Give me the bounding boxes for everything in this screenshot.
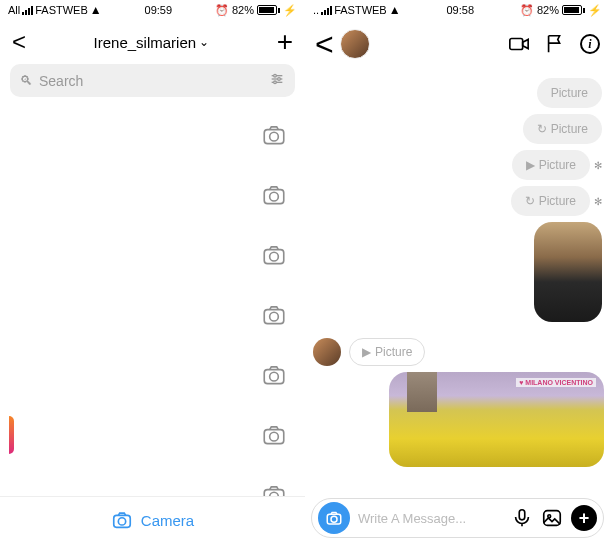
camera-icon[interactable] bbox=[261, 242, 287, 268]
clock-label: 09:59 bbox=[145, 4, 173, 16]
outgoing-message[interactable]: Picture bbox=[537, 78, 602, 108]
carrier-label: FASTWEB bbox=[334, 4, 387, 16]
profile-avatar[interactable] bbox=[340, 29, 370, 59]
message-input[interactable]: Write A Message... + bbox=[311, 498, 604, 538]
outgoing-message[interactable]: ↻Picture ✻ bbox=[511, 186, 602, 216]
gallery-button[interactable] bbox=[541, 507, 563, 529]
battery-percent: 82% bbox=[537, 4, 559, 16]
carrier-label: FASTWEB bbox=[35, 4, 88, 16]
svg-point-5 bbox=[274, 81, 277, 84]
camera-icon bbox=[111, 509, 133, 531]
svg-point-24 bbox=[331, 516, 337, 522]
svg-point-7 bbox=[270, 132, 279, 141]
play-icon: ▶ bbox=[526, 158, 535, 172]
chat-header: < i bbox=[305, 20, 610, 68]
dm-row[interactable] bbox=[0, 165, 305, 225]
inbox-header: < Irene_silmarien ⌄ + bbox=[0, 20, 305, 64]
wifi-icon: ▲ bbox=[389, 3, 401, 17]
battery-icon bbox=[257, 5, 280, 15]
info-button[interactable]: i bbox=[580, 34, 600, 54]
add-button[interactable]: + bbox=[571, 505, 597, 531]
camera-icon[interactable] bbox=[261, 122, 287, 148]
camera-button[interactable]: Camera bbox=[0, 496, 305, 543]
svg-point-3 bbox=[274, 74, 277, 77]
back-button[interactable]: < bbox=[12, 28, 26, 56]
camera-icon[interactable] bbox=[261, 182, 287, 208]
replay-icon: ↻ bbox=[525, 194, 535, 208]
svg-rect-25 bbox=[519, 510, 525, 520]
camera-icon[interactable] bbox=[261, 302, 287, 328]
battery-percent: 82% bbox=[232, 4, 254, 16]
loading-spinner-icon: ✻ bbox=[594, 160, 602, 171]
location-tag: ♥ MILANO VICENTINO bbox=[516, 378, 596, 387]
play-icon: ▶ bbox=[362, 345, 371, 359]
alarm-icon: ⏰ bbox=[215, 4, 229, 17]
video-call-button[interactable] bbox=[508, 33, 530, 55]
clock-label: 09:58 bbox=[447, 4, 475, 16]
mic-button[interactable] bbox=[511, 507, 533, 529]
compose-bar: Write A Message... + bbox=[305, 493, 610, 543]
outgoing-message[interactable]: ↻Picture bbox=[523, 114, 602, 144]
sender-avatar[interactable] bbox=[313, 338, 341, 366]
svg-point-4 bbox=[278, 78, 281, 81]
photo-message[interactable] bbox=[534, 222, 602, 322]
story-ring-icon bbox=[9, 416, 14, 454]
camera-icon[interactable] bbox=[261, 482, 287, 496]
search-input[interactable]: 🔍︎ Search bbox=[10, 64, 295, 97]
incoming-message[interactable]: ▶Picture bbox=[313, 338, 602, 366]
svg-rect-26 bbox=[544, 511, 561, 526]
signal-icon bbox=[321, 6, 332, 15]
account-switcher[interactable]: Irene_silmarien ⌄ bbox=[94, 34, 210, 51]
dm-row[interactable] bbox=[0, 465, 305, 496]
svg-point-11 bbox=[270, 252, 279, 261]
dm-row[interactable] bbox=[0, 225, 305, 285]
chat-messages[interactable]: Picture ↻Picture ▶Picture ✻ ↻Picture ✻ ▶… bbox=[305, 68, 610, 493]
dm-list[interactable] bbox=[0, 105, 305, 496]
new-message-button[interactable]: + bbox=[277, 26, 293, 58]
loading-spinner-icon: ✻ bbox=[594, 196, 602, 207]
replay-icon: ↻ bbox=[537, 122, 547, 136]
alarm-icon: ⏰ bbox=[520, 4, 534, 17]
dm-inbox-screen: All FASTWEB ▲ 09:59 ⏰ 82% ⚡ < Irene_silm… bbox=[0, 0, 305, 543]
battery-icon bbox=[562, 5, 585, 15]
svg-point-15 bbox=[270, 372, 279, 381]
filter-icon bbox=[269, 71, 285, 90]
dm-chat-screen: .. FASTWEB ▲ 09:58 ⏰ 82% ⚡ < bbox=[305, 0, 610, 543]
back-button[interactable]: < bbox=[315, 26, 334, 63]
svg-point-13 bbox=[270, 312, 279, 321]
svg-rect-22 bbox=[510, 39, 523, 50]
status-bar: All FASTWEB ▲ 09:59 ⏰ 82% ⚡ bbox=[0, 0, 305, 20]
signal-icon bbox=[22, 6, 33, 15]
svg-point-17 bbox=[270, 432, 279, 441]
camera-icon[interactable] bbox=[261, 362, 287, 388]
camera-icon[interactable] bbox=[261, 422, 287, 448]
dm-row[interactable] bbox=[0, 285, 305, 345]
svg-point-9 bbox=[270, 192, 279, 201]
search-icon: 🔍︎ bbox=[20, 73, 33, 88]
flag-button[interactable] bbox=[544, 33, 566, 55]
wifi-icon: ▲ bbox=[90, 3, 102, 17]
status-bar: .. FASTWEB ▲ 09:58 ⏰ 82% ⚡ bbox=[305, 0, 610, 20]
dm-row[interactable] bbox=[0, 405, 305, 465]
svg-point-21 bbox=[118, 518, 125, 525]
photo-message[interactable]: ♥ MILANO VICENTINO bbox=[389, 372, 604, 467]
dm-row[interactable] bbox=[0, 345, 305, 405]
chevron-down-icon: ⌄ bbox=[199, 35, 209, 49]
outgoing-message[interactable]: ▶Picture ✻ bbox=[512, 150, 602, 180]
dm-row[interactable] bbox=[0, 105, 305, 165]
camera-button[interactable] bbox=[318, 502, 350, 534]
